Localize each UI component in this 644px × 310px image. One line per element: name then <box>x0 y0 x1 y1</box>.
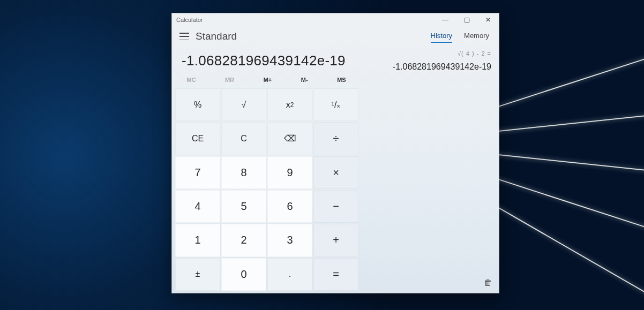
side-tabs: History Memory <box>431 32 489 43</box>
add-key[interactable]: + <box>313 224 358 256</box>
keypad: % √ x2 ¹/ₓ CE C ⌫ ÷ 7 8 9 × 4 5 6 − 1 2 … <box>172 88 361 293</box>
window-title: Calculator <box>176 17 203 23</box>
divide-key[interactable]: ÷ <box>313 122 358 155</box>
digit-2[interactable]: 2 <box>221 224 266 256</box>
minimize-icon: — <box>442 16 448 24</box>
close-button[interactable]: ✕ <box>477 13 499 26</box>
mc-button: MC <box>186 77 196 83</box>
digit-9[interactable]: 9 <box>267 156 312 189</box>
memory-row: MC MR M+ M- MS <box>172 74 361 88</box>
digit-3[interactable]: 3 <box>267 224 312 256</box>
sqrt-key[interactable]: √ <box>221 88 266 121</box>
history-pane: √( 4 ) - 2 = -1.068281969439142e-19 🗑 <box>361 43 499 293</box>
mode-label: Standard <box>196 31 237 42</box>
digit-0[interactable]: 0 <box>221 258 266 291</box>
display-value: -1.068281969439142e-19 <box>182 52 353 69</box>
close-icon: ✕ <box>485 16 491 24</box>
percent-key[interactable]: % <box>175 88 220 121</box>
display-area: -1.068281969439142e-19 <box>172 43 361 74</box>
multiply-key[interactable]: × <box>313 156 358 189</box>
mminus-button[interactable]: M- <box>301 77 308 83</box>
decimal-key[interactable]: . <box>267 258 312 291</box>
tab-history[interactable]: History <box>431 32 452 43</box>
minimize-button[interactable]: — <box>435 13 456 26</box>
subtract-key[interactable]: − <box>313 190 358 223</box>
titlebar: Calculator — ▢ ✕ <box>172 13 499 26</box>
c-key[interactable]: C <box>221 122 266 155</box>
square-key-exp: 2 <box>290 101 294 109</box>
reciprocal-key[interactable]: ¹/ₓ <box>313 88 358 121</box>
digit-4[interactable]: 4 <box>175 190 220 223</box>
tab-memory[interactable]: Memory <box>464 32 489 43</box>
maximize-icon: ▢ <box>464 16 470 24</box>
history-expression: √( 4 ) - 2 = <box>366 47 491 57</box>
square-key[interactable]: x2 <box>267 88 312 121</box>
equals-key[interactable]: = <box>313 258 358 291</box>
calculator-window: Calculator — ▢ ✕ Standard History Memory… <box>171 13 499 293</box>
backspace-key[interactable]: ⌫ <box>267 122 312 155</box>
digit-8[interactable]: 8 <box>221 156 266 189</box>
window-controls: — ▢ ✕ <box>435 13 499 26</box>
calculator-pane: -1.068281969439142e-19 MC MR M+ M- MS % … <box>172 43 361 293</box>
content: -1.068281969439142e-19 MC MR M+ M- MS % … <box>172 43 499 293</box>
trash-icon: 🗑 <box>484 278 492 287</box>
digit-5[interactable]: 5 <box>221 190 266 223</box>
mr-button: MR <box>225 77 234 83</box>
maximize-button[interactable]: ▢ <box>456 13 477 26</box>
sign-key[interactable]: ± <box>175 258 220 291</box>
digit-6[interactable]: 6 <box>267 190 312 223</box>
ms-button[interactable]: MS <box>337 77 346 83</box>
square-key-base: x <box>286 100 290 110</box>
digit-1[interactable]: 1 <box>175 224 220 256</box>
mode-area: Standard <box>179 31 237 42</box>
mplus-button[interactable]: M+ <box>264 77 272 83</box>
ce-key[interactable]: CE <box>175 122 220 155</box>
digit-7[interactable]: 7 <box>175 156 220 189</box>
history-result[interactable]: -1.068281969439142e-19 <box>366 62 491 72</box>
clear-history-button[interactable]: 🗑 <box>484 278 492 288</box>
header: Standard History Memory <box>172 26 499 43</box>
hamburger-icon[interactable] <box>179 33 189 40</box>
